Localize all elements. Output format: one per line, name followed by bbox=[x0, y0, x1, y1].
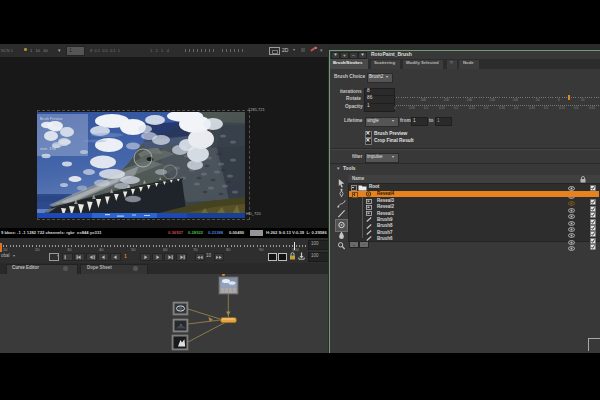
svg-text:size: 198: size: 198 bbox=[40, 146, 57, 151]
svg-text:Brush Preview: Brush Preview bbox=[40, 117, 63, 121]
